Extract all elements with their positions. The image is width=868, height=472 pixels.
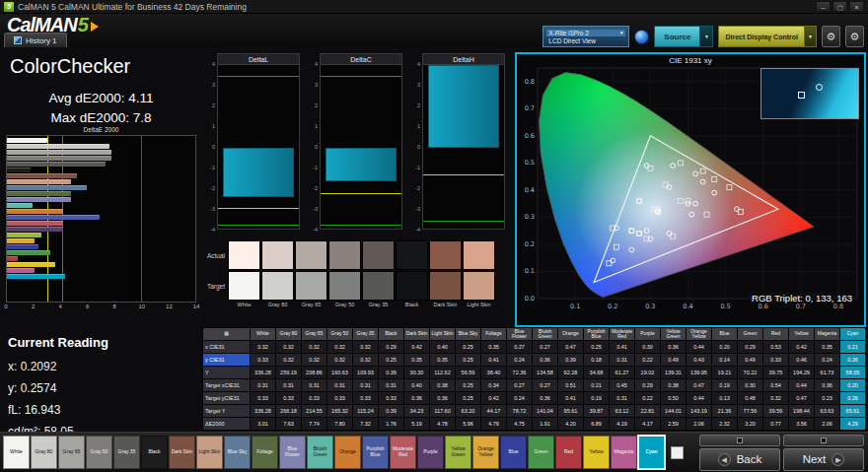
table-cell: 0.32 [302,341,327,354]
patch-button-light-skin[interactable]: Light Skin [196,436,223,469]
target-marker-icon [798,92,805,99]
patch-button-gray-65[interactable]: Gray 65 [58,436,85,469]
compare-row: Actual [202,240,514,270]
patch-button-gray-50[interactable]: Gray 50 [86,436,112,469]
deltaC-panel: DeltaC 43210-1-2-3-4 [307,53,405,235]
close-button[interactable]: ✕ [849,1,864,12]
column-header[interactable]: Moderate Red [610,328,635,341]
patch-button-cyan[interactable]: Cyan [638,436,665,469]
layout-toggle-right[interactable] [783,435,864,446]
column-header[interactable]: Gray 35 [353,328,379,341]
patch-button-white[interactable]: White [3,436,30,469]
column-header[interactable]: Magenta [815,328,840,341]
row-label[interactable]: Target Y [203,405,251,418]
svg-text:0.1: 0.1 [525,267,535,275]
workflow-gear-button[interactable]: ⚙ [845,26,864,47]
patch-button-green[interactable]: Green [528,436,554,469]
column-header[interactable]: Yellow [789,328,815,341]
patch-button-blue-sky[interactable]: Blue Sky [224,436,251,469]
compare-swatch [261,240,294,270]
table-cell: 2.32 [712,418,738,431]
column-header[interactable]: Orange [558,328,584,341]
patch-button-yellow[interactable]: Yellow [583,436,610,469]
table-cell: 0.24 [815,354,840,367]
column-header[interactable]: Bluish Green [533,328,558,341]
patch-button-magenta[interactable]: Magenta [611,436,637,469]
column-header[interactable]: Blue [712,328,738,341]
compare-swatch [396,240,428,270]
patch-button-purple[interactable]: Purple [417,436,444,469]
table-cell: 0.38 [430,379,456,392]
column-header[interactable]: Blue Sky [456,328,481,341]
row-label[interactable]: Target xCIE31 [203,379,251,392]
column-header[interactable]: Purplish Blue [584,328,610,341]
table-cell: 0.21 [840,341,866,354]
source-dropdown[interactable]: Source ▼ [654,26,713,47]
patch-button-black[interactable]: Black [141,436,168,469]
patch-button-bluish-green[interactable]: Bluish Green [307,436,333,469]
back-button[interactable]: ◀Back [699,448,780,471]
layout-toggle-left[interactable] [699,435,780,446]
patch-button-yellow-green[interactable]: Yellow Green [445,436,471,469]
maximize-button[interactable]: ▢ [832,1,847,12]
column-header[interactable]: Black [379,328,404,341]
compare-swatch [429,271,462,301]
patch-strip: WhiteGray 80Gray 65Gray 50Gray 35BlackDa… [3,436,665,469]
table-cell: 30.30 [404,367,430,379]
row-label[interactable]: y CIE31 [203,354,251,367]
column-header[interactable]: Green [738,328,763,341]
bottom-bar: WhiteGray 80Gray 65Gray 50Gray 35BlackDa… [0,432,868,472]
table-cell: 61.27 [610,367,635,379]
patch-button-gray-80[interactable]: Gray 80 [31,436,57,469]
column-header[interactable]: Red [763,328,789,341]
display-control-dropdown[interactable]: Direct Display Control ▼ [718,26,817,47]
column-header[interactable]: Gray 80 [276,328,302,341]
blank-patch-button[interactable] [671,446,684,459]
meter-selector[interactable]: X-Rite i1Pro 2▼ LCD Direct View [542,26,629,47]
patch-button-orange[interactable]: Orange [334,436,361,469]
table-cell: 336.28 [251,405,276,418]
meter-status-icon[interactable] [634,30,649,44]
column-header[interactable]: Cyan [840,328,866,341]
row-label[interactable]: x CIE31 [203,341,251,354]
table-cell: 0.53 [763,341,789,354]
settings-gear-button[interactable]: ⚙ [822,26,840,47]
tab-history-1[interactable]: History 1 [4,33,67,47]
patch-button-red[interactable]: Red [555,436,582,469]
table-cell: 3.56 [789,418,815,431]
table-cell: 0.35 [404,354,430,367]
next-button[interactable]: Next▶ [783,448,864,471]
patch-button-orange-yellow[interactable]: Orange Yellow [472,436,499,469]
column-header[interactable]: Light Skin [430,328,456,341]
table-cell: 165.32 [327,405,353,418]
compare-swatch [261,271,294,301]
patch-button-moderate-red[interactable]: Moderate Red [390,436,416,469]
patch-button-blue-flower[interactable]: Blue Flower [279,436,306,469]
column-header[interactable]: Foliage [481,328,507,341]
results-table-wrap: ▦WhiteGray 80Gray 65Gray 50Gray 35BlackD… [202,327,866,432]
column-header[interactable]: Blue Flower [507,328,533,341]
column-header[interactable]: Gray 65 [302,328,327,341]
table-cell: 0.50 [661,392,687,405]
patch-button-blue[interactable]: Blue [500,436,527,469]
column-header[interactable]: Dark Skin [404,328,430,341]
column-header[interactable]: Orange Yellow [687,328,712,341]
deltae-bar [7,256,18,261]
column-header[interactable]: Purple [635,328,661,341]
row-label[interactable]: Target yCIE31 [203,392,251,405]
table-cell: 0.41 [558,392,584,405]
column-header[interactable]: Yellow Green [661,328,687,341]
table-cell: 0.42 [481,392,507,405]
column-header[interactable]: Gray 50 [327,328,353,341]
patch-button-dark-skin[interactable]: Dark Skin [169,436,195,469]
minimize-button[interactable]: ─ [816,1,831,12]
patch-button-gray-35[interactable]: Gray 35 [113,436,140,469]
patch-button-foliage[interactable]: Foliage [252,436,278,469]
row-label[interactable]: ΔE2000 [203,418,251,431]
patch-button-purplish-blue[interactable]: Purplish Blue [362,436,389,469]
table-cell: 0.26 [840,354,866,367]
row-label[interactable]: Y [203,367,251,379]
table-cell: 0.44 [687,341,712,354]
compare-column-label: White [228,302,260,307]
column-header[interactable]: White [251,328,276,341]
